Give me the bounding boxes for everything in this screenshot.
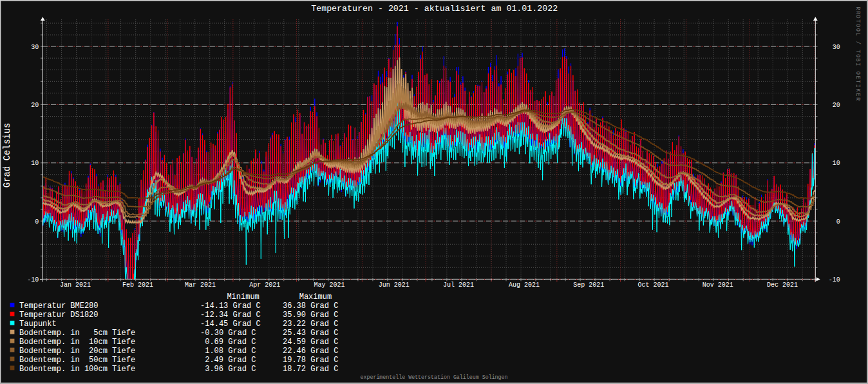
svg-text:Oct 2021: Oct 2021 bbox=[637, 282, 668, 289]
svg-text:0.69 Grad C: 0.69 Grad C bbox=[205, 338, 256, 347]
svg-text:Apr 2021: Apr 2021 bbox=[249, 282, 280, 289]
svg-text:25.43 Grad C: 25.43 Grad C bbox=[283, 329, 338, 338]
svg-text:0: 0 bbox=[836, 218, 840, 226]
svg-text:Temperatur BME280: Temperatur BME280 bbox=[19, 302, 98, 311]
svg-text:-12.34 Grad C: -12.34 Grad C bbox=[200, 311, 261, 320]
svg-text:RRDTOOL / TOBI OETIKER: RRDTOOL / TOBI OETIKER bbox=[854, 6, 861, 101]
svg-text:-10: -10 bbox=[27, 276, 39, 283]
svg-text:3.96 Grad C: 3.96 Grad C bbox=[205, 365, 256, 374]
svg-text:10: 10 bbox=[833, 160, 840, 167]
svg-text:Sep 2021: Sep 2021 bbox=[573, 282, 604, 289]
svg-text:30: 30 bbox=[31, 44, 39, 51]
svg-text:Bodentemp. in 100cm Tiefe: Bodentemp. in 100cm Tiefe bbox=[19, 365, 135, 374]
svg-text:Maximum: Maximum bbox=[299, 293, 332, 302]
svg-text:Temperatur DS1820: Temperatur DS1820 bbox=[19, 311, 98, 320]
svg-text:Bodentemp. in 50cm Tiefe: Bodentemp. in 50cm Tiefe bbox=[19, 356, 135, 365]
svg-text:-10: -10 bbox=[829, 276, 840, 283]
svg-text:18.72 Grad C: 18.72 Grad C bbox=[283, 365, 338, 374]
svg-text:Minimum: Minimum bbox=[227, 293, 259, 302]
svg-text:36.38 Grad C: 36.38 Grad C bbox=[283, 302, 338, 311]
svg-text:Jan 2021: Jan 2021 bbox=[60, 282, 91, 289]
svg-text:35.90 Grad C: 35.90 Grad C bbox=[283, 311, 338, 320]
svg-text:Bodentemp. in 20cm Tiefe: Bodentemp. in 20cm Tiefe bbox=[19, 347, 135, 356]
svg-text:20: 20 bbox=[833, 102, 840, 109]
svg-text:experimentelle Wetterstation G: experimentelle Wetterstation Galileum So… bbox=[361, 374, 508, 380]
svg-text:Taupunkt: Taupunkt bbox=[19, 320, 57, 329]
svg-text:20: 20 bbox=[31, 102, 39, 109]
svg-text:Dec 2021: Dec 2021 bbox=[767, 282, 798, 289]
svg-text:Grad Celsius: Grad Celsius bbox=[2, 122, 12, 187]
svg-text:Aug 2021: Aug 2021 bbox=[509, 282, 540, 289]
svg-text:-14.45 Grad C: -14.45 Grad C bbox=[200, 320, 261, 329]
svg-text:-0.30 Grad C: -0.30 Grad C bbox=[200, 329, 256, 338]
svg-text:Feb 2021: Feb 2021 bbox=[122, 282, 153, 289]
svg-text:Jun 2021: Jun 2021 bbox=[379, 282, 410, 289]
svg-text:Bodentemp. in 5cm Tiefe: Bodentemp. in 5cm Tiefe bbox=[19, 329, 135, 338]
svg-text:0: 0 bbox=[35, 218, 39, 226]
svg-text:1.08 Grad C: 1.08 Grad C bbox=[205, 347, 256, 356]
svg-text:Jul 2021: Jul 2021 bbox=[443, 282, 474, 289]
svg-text:19.78 Grad C: 19.78 Grad C bbox=[283, 356, 338, 365]
svg-text:Temperaturen - 2021 - aktualis: Temperaturen - 2021 - aktualisiert am 01… bbox=[311, 4, 558, 14]
svg-text:Bodentemp. in 10cm Tiefe: Bodentemp. in 10cm Tiefe bbox=[19, 338, 135, 347]
svg-text:Mar 2021: Mar 2021 bbox=[185, 282, 216, 289]
svg-text:2.49 Grad C: 2.49 Grad C bbox=[205, 356, 256, 365]
svg-text:30: 30 bbox=[833, 44, 840, 51]
svg-text:10: 10 bbox=[31, 160, 39, 167]
svg-text:24.59 Grad C: 24.59 Grad C bbox=[283, 338, 338, 347]
svg-text:-14.13 Grad C: -14.13 Grad C bbox=[200, 302, 261, 311]
svg-text:Nov 2021: Nov 2021 bbox=[703, 282, 733, 289]
svg-text:22.46 Grad C: 22.46 Grad C bbox=[283, 347, 338, 356]
svg-text:May 2021: May 2021 bbox=[314, 282, 344, 289]
svg-text:23.22 Grad C: 23.22 Grad C bbox=[283, 320, 338, 329]
